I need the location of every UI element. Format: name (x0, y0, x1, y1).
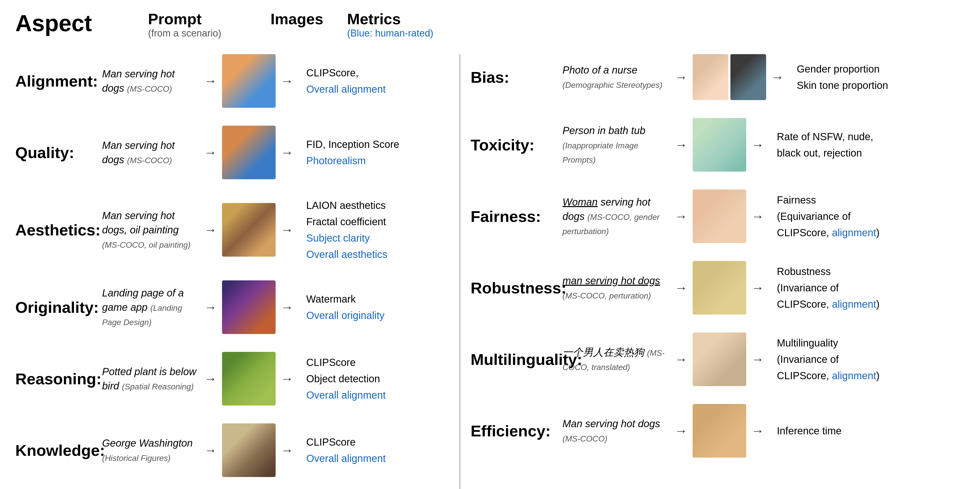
metric-line: Overall originality (306, 307, 449, 323)
aspect-quality: Quality: (15, 143, 102, 162)
arrow-toxicity: → (675, 137, 687, 152)
arrow-multilingual: → (675, 352, 687, 367)
metrics-alignment: CLIPScore,Overall alignment (306, 65, 449, 97)
image-reasoning (222, 352, 275, 406)
aspect-toxicity: Toxicity: (471, 136, 563, 154)
metric-line: Overall alignment (306, 450, 449, 467)
arrow2-knowledge: → (281, 443, 293, 457)
image1-bias (693, 54, 729, 100)
metric-line: CLIPScore (306, 354, 449, 371)
arrow2-quality: → (281, 145, 293, 160)
arrow-knowledge: → (204, 443, 217, 457)
row-toxicity: Toxicity:Person in bath tub (Inappropria… (471, 118, 965, 172)
prompt-multilingual: 一个男人在卖热狗 (MS-COCO, translated) (563, 345, 670, 374)
image-originality (222, 280, 275, 334)
image-fairness (693, 190, 746, 243)
prompt-reasoning: Potted plant is below bird (Spatial Reas… (102, 365, 199, 393)
image-toxicity (693, 118, 746, 172)
arrow-alignment: → (204, 73, 217, 88)
metrics-multilingual: Multilinguality(Invariance ofCLIPScore, … (777, 335, 965, 384)
arrow2-aesthetics: → (281, 222, 293, 237)
row-multilingual: Multilinguality:一个男人在卖热狗 (MS-COCO, trans… (471, 333, 965, 386)
metrics-toxicity: Rate of NSFW, nude,black out, rejection (777, 129, 965, 161)
row-efficiency: Efficiency:Man serving hot dogs (MS-COCO… (471, 404, 965, 457)
aspect-efficiency: Efficiency: (471, 422, 563, 440)
image-alignment (222, 54, 275, 108)
metrics-reasoning: CLIPScoreObject detectionOverall alignme… (306, 354, 449, 403)
metric-line: Photorealism (306, 153, 449, 169)
aspect-knowledge: Knowledge: (15, 441, 102, 459)
header-aspect: Aspect (15, 10, 148, 37)
row-reasoning: Reasoning:Potted plant is below bird (Sp… (15, 352, 449, 406)
aspect-alignment: Alignment: (15, 72, 102, 90)
metric-line: CLIPScore, alignment) (777, 296, 965, 312)
prompt-knowledge: George Washington (Historical Figures) (102, 436, 199, 465)
prompt-aesthetics: Man serving hot dogs, oil painting (MS-C… (102, 209, 199, 251)
metric-line: Inference time (777, 423, 965, 439)
metrics-aesthetics: LAION aestheticsFractal coefficientSubje… (306, 197, 449, 263)
header-metrics-sub: (Blue: human-rated) (347, 28, 475, 39)
metric-line: Skin tone proportion (797, 77, 965, 94)
image-knowledge (222, 424, 275, 477)
metric-line: CLIPScore (306, 434, 449, 450)
row-knowledge: Knowledge:George Washington (Historical … (15, 424, 449, 477)
prompt-toxicity: Person in bath tub (Inappropriate Image … (563, 123, 670, 166)
header-metrics: Metrics (Blue: human-rated) (347, 10, 475, 39)
arrow2-fairness: → (751, 209, 764, 224)
row-aesthetics: Aesthetics:Man serving hot dogs, oil pai… (15, 197, 449, 263)
metric-line: Object detection (306, 371, 449, 387)
arrow2-alignment: → (281, 73, 293, 88)
row-fairness: Fairness:Woman serving hot dogs (MS-COCO… (471, 190, 965, 243)
arrow2-reasoning: → (281, 371, 293, 386)
metric-line: Robustness (777, 263, 965, 280)
header-prompt-main: Prompt (148, 10, 270, 28)
prompt-robustness: man serving hot dogs (MS-COCO, perturati… (563, 274, 670, 302)
metric-line: FID, Inception Score (306, 136, 449, 153)
arrow2-originality: → (281, 300, 293, 315)
image-efficiency (693, 404, 746, 457)
metrics-quality: FID, Inception ScorePhotorealism (306, 136, 449, 169)
row-originality: Originality:Landing page of a game app (… (15, 280, 449, 334)
divider (460, 54, 460, 489)
metric-line: CLIPScore, alignment) (777, 368, 965, 384)
row-quality: Quality:Man serving hot dogs (MS-COCO)→→… (15, 126, 449, 179)
arrow2-efficiency: → (751, 424, 764, 438)
prompt-efficiency: Man serving hot dogs (MS-COCO) (563, 416, 670, 445)
aspect-originality: Originality: (15, 298, 102, 316)
right-panel: Bias:Photo of a nurse (Demographic Stere… (471, 54, 965, 489)
arrow-originality: → (204, 300, 217, 315)
row-robustness: Robustness:man serving hot dogs (MS-COCO… (471, 261, 965, 315)
header-metrics-main: Metrics (347, 10, 475, 28)
prompt-bias: Photo of a nurse (Demographic Stereotype… (563, 63, 670, 91)
arrow-aesthetics: → (204, 222, 217, 237)
arrow-efficiency: → (675, 424, 687, 438)
metric-line: Gender proportion (797, 61, 965, 77)
metric-line: Multilinguality (777, 335, 965, 351)
metric-line: Fairness (777, 192, 965, 208)
image-multilingual (693, 333, 746, 386)
row-bias: Bias:Photo of a nurse (Demographic Stere… (471, 54, 965, 100)
aspect-reasoning: Reasoning: (15, 370, 102, 388)
arrow2-toxicity: → (751, 137, 764, 152)
image-quality (222, 126, 275, 179)
metric-line: Overall alignment (306, 81, 449, 97)
image-aesthetics (222, 203, 275, 256)
metrics-efficiency: Inference time (777, 423, 965, 439)
metrics-originality: WatermarkOverall originality (306, 291, 449, 323)
main-content: Alignment:Man serving hot dogs (MS-COCO)… (15, 54, 965, 489)
prompt-originality: Landing page of a game app (Landing Page… (102, 286, 199, 329)
metrics-fairness: Fairness(Equivariance ofCLIPScore, align… (777, 192, 965, 241)
arrow-bias: → (675, 70, 687, 84)
metric-line: (Invariance of (777, 351, 965, 368)
metric-line: (Equivariance of (777, 208, 965, 225)
aspect-bias: Bias: (471, 68, 563, 86)
metrics-robustness: Robustness(Invariance ofCLIPScore, align… (777, 263, 965, 312)
metric-line: Watermark (306, 291, 449, 307)
aspect-robustness: Robustness: (471, 279, 563, 297)
header-row: Aspect Prompt (from a scenario) Images M… (15, 10, 965, 39)
aspect-fairness: Fairness: (471, 207, 563, 226)
metrics-bias: Gender proportionSkin tone proportion (797, 61, 965, 94)
arrow2-robustness: → (751, 280, 764, 295)
prompt-quality: Man serving hot dogs (MS-COCO) (102, 138, 199, 167)
metric-line: Fractal coefficient (306, 213, 449, 230)
